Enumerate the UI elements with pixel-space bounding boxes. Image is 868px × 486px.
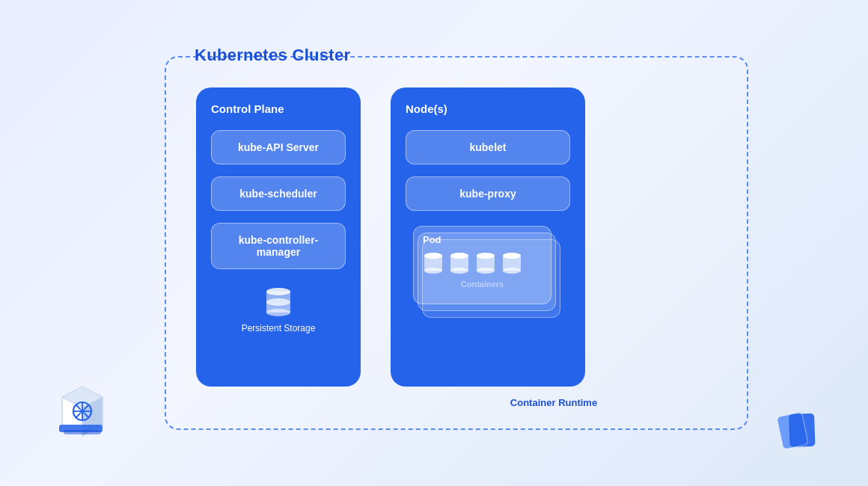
- cluster-inner: Control Plane kube-API Server kube-sched…: [166, 58, 747, 428]
- kubernetes-logo: [49, 375, 116, 445]
- cluster-title: Kubernetes Cluster: [189, 46, 356, 65]
- kube-api-server-box: kube-API Server: [211, 130, 346, 164]
- svg-point-30: [450, 253, 468, 259]
- svg-point-29: [450, 268, 468, 274]
- svg-point-37: [503, 268, 521, 274]
- svg-point-34: [477, 253, 495, 259]
- nodes-panel: Node(s) kubelet kube-proxy Pod: [391, 87, 585, 387]
- svg-point-22: [266, 288, 290, 295]
- container-1: [423, 251, 444, 277]
- kube-scheduler-box: kube-scheduler: [211, 176, 346, 211]
- svg-point-33: [477, 268, 495, 274]
- persistent-storage: Persistent Storage: [242, 286, 316, 333]
- svg-point-25: [424, 268, 442, 274]
- svg-rect-16: [789, 413, 816, 447]
- control-plane-panel: Control Plane kube-API Server kube-sched…: [196, 87, 361, 387]
- kube-proxy-box: kube-proxy: [406, 176, 570, 211]
- container-4: [501, 251, 522, 277]
- pod-stack: Pod: [413, 226, 563, 323]
- decorative-cards-icon: [771, 401, 825, 458]
- svg-point-38: [503, 253, 521, 259]
- kubernetes-cluster: Kubernetes Cluster Control Plane kube-AP…: [165, 56, 748, 430]
- svg-rect-4: [64, 430, 101, 434]
- main-container: { "title": "Kubernetes Cluster", "cluste…: [0, 0, 868, 486]
- containers-row: [423, 251, 522, 277]
- container-runtime-label: Container Runtime: [391, 390, 717, 408]
- pod-card-main: Pod: [413, 226, 551, 304]
- container-3: [475, 251, 496, 277]
- kube-controller-manager-box: kube-controller-manager: [211, 223, 346, 269]
- container-2: [449, 251, 470, 277]
- containers-label: Containers: [461, 280, 504, 289]
- nodes-title: Node(s): [406, 102, 447, 115]
- svg-point-26: [424, 253, 442, 259]
- storage-label: Persistent Storage: [242, 323, 316, 333]
- control-plane-title: Control Plane: [211, 102, 284, 115]
- pod-label: Pod: [423, 234, 441, 245]
- kubelet-box: kubelet: [406, 130, 570, 164]
- svg-point-6: [80, 409, 85, 413]
- database-icon: [259, 286, 298, 319]
